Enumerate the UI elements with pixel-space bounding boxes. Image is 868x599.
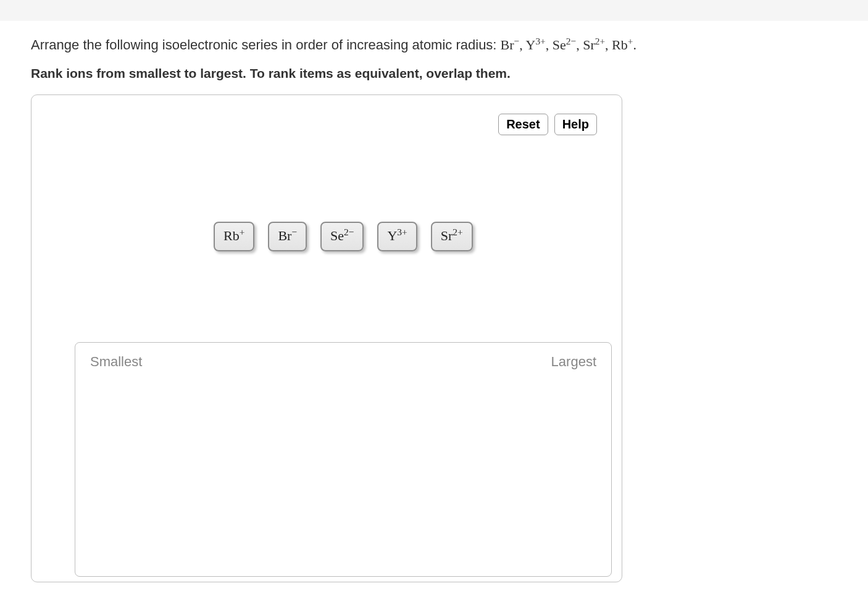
draggable-chips-row: Rb+ Br− Se2− Y3+ Sr2+ [214,222,473,251]
target-label-largest: Largest [551,354,596,370]
chip-se-2minus[interactable]: Se2− [320,222,364,251]
widget-buttons: Reset Help [498,114,597,135]
ion-4: Rb+ [612,37,633,52]
ranking-widget: Reset Help Rb+ Br− Se2− Y3+ Sr2+ Smalles… [31,94,622,582]
question-prompt: Arrange the following isoelectronic seri… [31,35,837,55]
help-button[interactable]: Help [554,114,597,135]
ranking-target-zone[interactable]: Smallest Largest [75,342,612,577]
chip-y-3plus[interactable]: Y3+ [377,222,417,251]
target-label-smallest: Smallest [90,354,142,370]
ion-1: Y3+ [525,37,545,52]
chip-sr-2plus[interactable]: Sr2+ [431,222,473,251]
ranking-instruction: Rank ions from smallest to largest. To r… [31,66,837,81]
target-axis-labels: Smallest Largest [90,354,596,370]
ion-0: Br− [501,37,520,52]
chip-rb-plus[interactable]: Rb+ [214,222,254,251]
question-series: Br−, Y3+, Se2−, Sr2+, Rb+. [501,37,636,52]
page-top-bar [0,0,868,21]
chip-br-minus[interactable]: Br− [268,222,307,251]
question-intro: Arrange the following isoelectronic seri… [31,37,496,52]
ion-3: Sr2+ [583,37,605,52]
reset-button[interactable]: Reset [498,114,548,135]
ion-2: Se2− [553,37,576,52]
question-area: Arrange the following isoelectronic seri… [0,21,868,596]
